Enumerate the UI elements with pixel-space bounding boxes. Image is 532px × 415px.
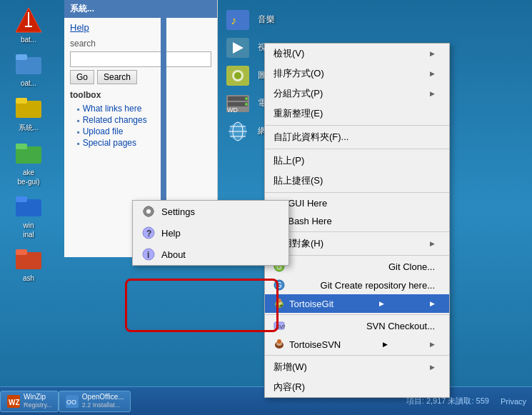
- about-label: About: [161, 249, 186, 260]
- svg-text:WD: WD: [227, 106, 238, 114]
- toolbox-special-pages[interactable]: Special pages: [70, 137, 211, 149]
- svg-point-23: [245, 97, 248, 100]
- context-menu-item-sort[interactable]: 排序方式(O): [265, 64, 449, 84]
- svg-text:G: G: [276, 281, 282, 289]
- help-label: Help: [161, 228, 181, 239]
- svg-rect-8: [16, 144, 27, 149]
- svg-point-37: [277, 299, 281, 303]
- svg-rect-50: [151, 211, 154, 212]
- svg-rect-10: [16, 196, 27, 202]
- taskbar-item-openoffice[interactable]: OO OpenOffice... 2.2 Installat...: [59, 391, 131, 412]
- svg-text:OO: OO: [66, 399, 76, 406]
- toolbox-what-links[interactable]: What links here: [70, 103, 211, 114]
- context-menu-item-git-clone[interactable]: G Git Clone...: [265, 257, 449, 276]
- search-button[interactable]: Search: [97, 70, 137, 84]
- help-icon: ?: [141, 226, 156, 240]
- search-input[interactable]: [70, 51, 211, 67]
- context-menu-item-group[interactable]: 分組方式(P): [265, 84, 449, 104]
- svg-rect-21: [228, 96, 248, 101]
- sub-menu-item-settings[interactable]: Settings: [133, 201, 288, 222]
- context-menu-item-svn-checkout[interactable]: SVN SVN Checkout...: [265, 316, 449, 335]
- sub-menu-item-about[interactable]: i About: [133, 244, 288, 265]
- svg-point-39: [280, 305, 283, 307]
- context-menu-item-paste-shortcut[interactable]: 貼上捷徑(S): [265, 171, 449, 191]
- taskbar-item-winzip[interactable]: WZ WinZip Registry...: [0, 391, 59, 412]
- svg-text:?: ?: [146, 229, 151, 239]
- context-menu-item-git-gui[interactable]: Git GUI Here: [265, 194, 449, 212]
- desktop-icon-system[interactable]: 系統...: [3, 93, 54, 133]
- desktop-icon-oat[interactable]: oat...: [3, 49, 54, 87]
- search-section-title: search: [70, 39, 211, 49]
- svg-point-44: [277, 339, 281, 344]
- svg-rect-12: [16, 249, 27, 255]
- svg-text:WZ: WZ: [9, 399, 20, 406]
- help-link[interactable]: Help: [70, 22, 211, 33]
- about-icon: i: [141, 247, 156, 261]
- svg-rect-4: [16, 54, 27, 60]
- toolbox-upload-file[interactable]: Upload file: [70, 126, 211, 137]
- toolbox-related-changes[interactable]: Related changes: [70, 114, 211, 126]
- settings-icon: [141, 204, 156, 219]
- context-menu-item-view[interactable]: 檢視(V): [265, 44, 449, 64]
- context-menu-item-customize[interactable]: 自訂此資料夾(F)...: [265, 127, 449, 147]
- taskbar-privacy: Privacy: [495, 396, 532, 407]
- context-menu-item-shared[interactable]: 共用對象(H): [265, 234, 449, 254]
- context-menu-item-paste[interactable]: 貼上(P): [265, 151, 449, 171]
- svg-point-38: [276, 305, 278, 307]
- svg-text:♪: ♪: [231, 14, 236, 26]
- svg-rect-48: [148, 214, 149, 217]
- svg-text:i: i: [147, 250, 149, 260]
- app-icon-music[interactable]: ♪ 音樂: [224, 7, 341, 32]
- desktop-icon-win[interactable]: win inal: [3, 191, 54, 239]
- context-menu: 檢視(V) 排序方式(O) 分組方式(P) 重新整理(E) 自訂此資料夾(F).…: [264, 43, 450, 398]
- toolbox: toolbox What links here Related changes …: [70, 90, 211, 149]
- context-menu-item-new[interactable]: 新增(W): [265, 357, 449, 377]
- context-menu-item-refresh[interactable]: 重新整理(E): [265, 104, 449, 124]
- sub-menu-item-help[interactable]: ? Help: [133, 222, 288, 244]
- svg-text:SVN: SVN: [276, 324, 285, 330]
- settings-label: Settings: [161, 206, 195, 217]
- sub-context-menu-tortoisegit: Settings ? Help i About: [132, 200, 289, 266]
- desktop-icon-ake[interactable]: ake be-gui): [3, 139, 54, 186]
- svg-rect-49: [143, 211, 146, 212]
- search-box: Go Search: [70, 51, 211, 84]
- wiki-header: 系統...: [64, 0, 217, 18]
- svg-rect-47: [148, 206, 149, 209]
- svg-point-24: [245, 103, 248, 106]
- svg-rect-13: [226, 10, 249, 30]
- context-menu-item-git-bash[interactable]: Git Bash Here: [265, 212, 449, 230]
- context-menu-item-tortoisesvn[interactable]: TortoiseSVN ▶: [265, 335, 449, 354]
- svg-point-46: [146, 209, 151, 214]
- desktop-icon-ash[interactable]: ash: [3, 244, 54, 282]
- svg-rect-6: [16, 98, 27, 104]
- context-menu-item-git-create[interactable]: G Git Create repository here...: [265, 276, 449, 294]
- go-button[interactable]: Go: [70, 70, 94, 84]
- desktop-icon-bat[interactable]: bat...: [3, 6, 54, 44]
- context-menu-item-properties[interactable]: 內容(R): [265, 377, 449, 397]
- desktop-icons-area: bat... oat... 系統... ake be-g: [0, 0, 57, 415]
- context-menu-item-tortoisegit[interactable]: TortoiseGit ▶: [265, 294, 449, 313]
- toolbox-title: toolbox: [70, 90, 211, 100]
- svg-point-19: [234, 72, 241, 79]
